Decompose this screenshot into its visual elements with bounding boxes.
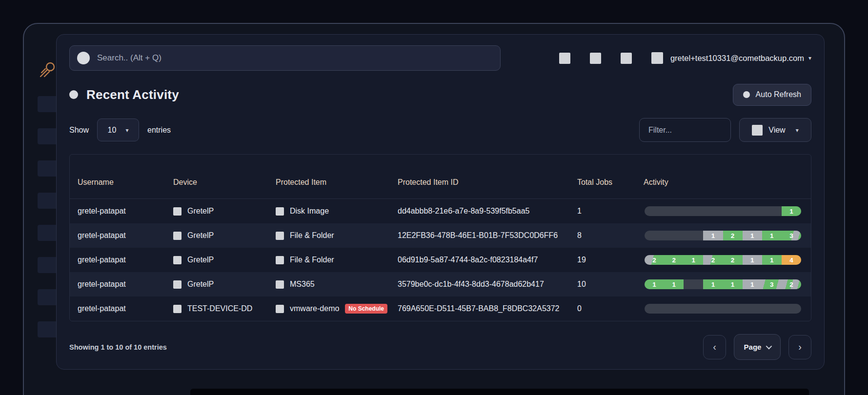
previous-page-button[interactable]: ‹ [703, 335, 726, 359]
topbar-actions: gretel+test10331@cometbackup.com ▾ [540, 52, 811, 64]
cell-total-jobs: 8 [569, 231, 636, 240]
device-name: GretelP [187, 256, 214, 264]
protected-item-icon [276, 232, 284, 240]
column-header-total-jobs[interactable]: Total Jobs [569, 178, 636, 187]
cell-username: gretel-patapat [70, 256, 165, 264]
search-input[interactable]: Search.. (Alt + Q) [69, 45, 501, 71]
activity-segment: 2 [723, 255, 743, 265]
avatar[interactable] [651, 52, 663, 64]
cell-protected-item-id: 3579be0c-dc1b-4f43-8dd3-4678ad62b417 [390, 280, 569, 289]
activity-segment: 2 [703, 255, 723, 265]
column-header-activity[interactable]: Activity [636, 178, 811, 187]
device-name: GretelP [187, 231, 214, 240]
page-size-select[interactable]: 10 ▾ [97, 118, 139, 141]
activity-bar[interactable] [645, 304, 801, 314]
sidebar-item[interactable] [38, 225, 58, 241]
sidebar-item[interactable] [38, 193, 58, 209]
search-icon [77, 52, 90, 64]
sidebar-item[interactable] [38, 160, 58, 177]
pagination: ‹ Page › [703, 334, 811, 360]
column-header-device[interactable]: Device [165, 178, 268, 187]
table-row[interactable]: gretel-patapatGretelPFile & Folder12E2FB… [70, 223, 811, 248]
activity-bar-gap [645, 304, 801, 314]
auto-refresh-button[interactable]: Auto Refresh [733, 84, 811, 106]
activity-segment: 1 [782, 206, 801, 216]
activity-segment: 1 [743, 231, 762, 240]
protected-item-icon [276, 305, 284, 313]
cell-total-jobs: 19 [569, 256, 636, 264]
device-icon [173, 256, 182, 264]
view-button[interactable]: View ▾ [739, 118, 811, 142]
activity-segment: 1 [664, 279, 684, 289]
cell-username: gretel-patapat [70, 207, 165, 216]
activity-bar[interactable]: 22122114 [645, 255, 801, 265]
cell-device: TEST-DEVICE-DD [165, 304, 268, 313]
cell-protected-item-id: dd4abbb8-21e6-a7e-8a9-539f5fb5aa5 [390, 207, 569, 216]
activity-bar[interactable]: 1 [645, 206, 801, 216]
activity-bar-gap [684, 279, 703, 289]
app-window: Search.. (Alt + Q) gretel+test10331@come… [23, 23, 845, 395]
entries-label: entries [147, 126, 171, 135]
sidebar-item[interactable] [38, 257, 58, 273]
filter-input[interactable]: Filter... [639, 118, 731, 142]
cell-protected-item: File & Folder [268, 256, 390, 264]
page-label: Page [744, 343, 762, 351]
refresh-icon [743, 91, 750, 98]
table-row[interactable]: gretel-patapatGretelPDisk Imagedd4abbb8-… [70, 199, 811, 223]
device-icon [173, 232, 182, 240]
device-icon [173, 305, 182, 313]
protected-item-name: Disk Image [290, 207, 329, 216]
cell-activity: 1111132 [636, 279, 811, 289]
column-header-protected-item[interactable]: Protected Item [268, 178, 390, 187]
protected-item-name: MS365 [290, 280, 315, 289]
activity-bar[interactable]: 12113 [645, 231, 801, 240]
activity-bar-gap [645, 231, 703, 240]
toolbar-icon-3[interactable] [621, 53, 632, 64]
title-row: Recent Activity Auto Refresh [69, 83, 811, 106]
activity-bar[interactable]: 1111132 [645, 279, 801, 289]
activity-segment: 2 [664, 255, 684, 265]
cell-protected-item: File & Folder [268, 231, 390, 240]
cell-total-jobs: 1 [569, 207, 636, 216]
background-window-edge [190, 389, 809, 395]
activity-segment: 2 [723, 231, 743, 240]
view-label: View [768, 126, 785, 135]
table-row[interactable]: gretel-patapatTEST-DEVICE-DDvmware-demoN… [70, 296, 811, 321]
column-header-username[interactable]: Username [70, 178, 165, 187]
activity-segment: 1 [703, 279, 723, 289]
sidebar-item[interactable] [38, 289, 58, 305]
page-size-value: 10 [108, 126, 117, 135]
sidebar-item[interactable] [38, 321, 58, 337]
auto-refresh-label: Auto Refresh [756, 90, 801, 99]
page-title: Recent Activity [86, 87, 179, 102]
table-row[interactable]: gretel-patapatGretelPFile & Folder06d91b… [70, 248, 811, 272]
page-dropdown-button[interactable]: Page [734, 334, 781, 360]
device-name: TEST-DEVICE-DD [187, 304, 252, 313]
toolbar-icon-2[interactable] [590, 53, 601, 64]
next-page-button[interactable]: › [788, 335, 811, 359]
user-email-menu[interactable]: gretel+test10331@cometbackup.com [670, 54, 804, 63]
chevron-left-icon: ‹ [713, 341, 716, 353]
cell-activity: 22122114 [636, 255, 811, 265]
activity-segment: 1 [743, 255, 762, 265]
sidebar-item[interactable] [38, 96, 58, 112]
chevron-down-icon [766, 343, 772, 350]
cell-activity: 1 [636, 206, 811, 216]
cell-protected-item-id: 06d91b9-5a87-4744-8a2c-f0823184a4f7 [390, 256, 569, 264]
activity-icon [69, 90, 78, 99]
column-header-protected-item-id[interactable]: Protected Item ID [390, 178, 569, 187]
show-label: Show [69, 126, 89, 135]
search-placeholder: Search.. (Alt + Q) [97, 53, 161, 63]
cell-device: GretelP [165, 280, 268, 289]
cell-protected-item-id: 769A650E-D511-45B7-BAB8_F8DBC32A5372 [390, 304, 569, 313]
comet-logo-icon[interactable] [38, 59, 58, 79]
activity-segment: 1 [645, 279, 664, 289]
cell-device: GretelP [165, 256, 268, 264]
main-panel: Search.. (Alt + Q) gretel+test10331@come… [56, 34, 825, 370]
table-footer: Showing 1 to 10 of 10 entries ‹ Page › [69, 334, 811, 360]
sidebar-item[interactable] [38, 128, 58, 144]
table-row[interactable]: gretel-patapatGretelPMS3653579be0c-dc1b-… [70, 272, 811, 296]
toolbar-icon-1[interactable] [559, 53, 570, 64]
cell-protected-item: Disk Image [268, 207, 390, 216]
device-icon [173, 280, 182, 289]
